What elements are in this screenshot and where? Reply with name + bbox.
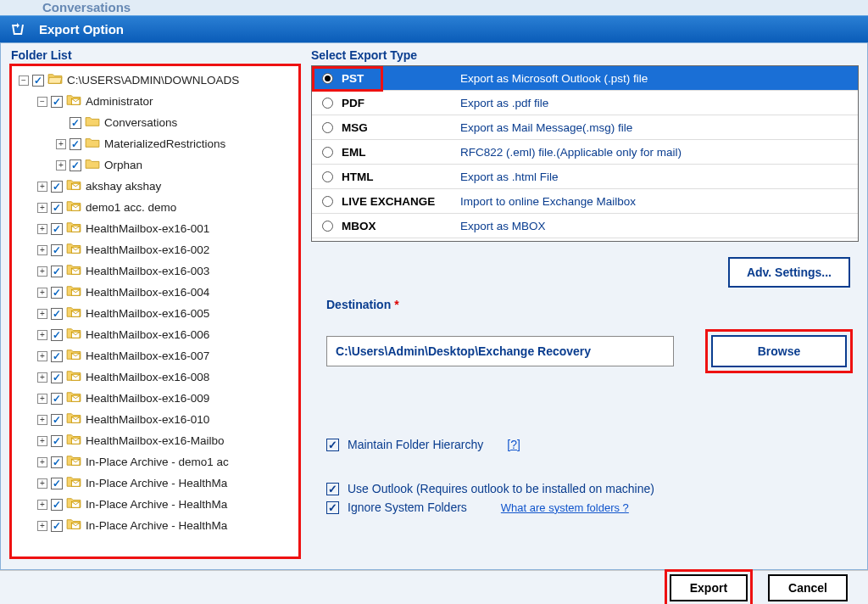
export-type-row[interactable]: MSGExport as Mail Message(.msg) file [312,115,858,140]
radio-icon[interactable] [322,196,333,207]
tree-checkbox[interactable] [51,414,63,426]
tree-checkbox[interactable] [51,223,63,235]
tree-checkbox[interactable] [51,499,63,511]
tree-node[interactable]: +HealthMailbox-ex16-002 [14,239,297,260]
expander-icon[interactable]: + [37,394,47,404]
expander-icon[interactable]: + [56,139,66,149]
folder-icon [64,455,81,469]
tree-node[interactable]: +MaterializedRestrictions [14,133,297,154]
expander-icon[interactable]: + [37,224,47,234]
tree-node[interactable]: Conversations [14,112,297,133]
folder-icon [64,370,81,384]
what-are-system-folders-link[interactable]: What are system folders ? [501,501,629,514]
folder-icon [83,115,100,130]
radio-icon[interactable] [322,171,333,182]
tree-node[interactable]: +In-Place Archive - HealthMa [14,515,297,536]
tree-node[interactable]: +HealthMailbox-ex16-009 [14,388,297,409]
export-type-row[interactable]: Office 365Export to Office 365 Account [312,238,858,242]
expander-icon[interactable]: + [37,288,47,298]
maintain-hierarchy-help[interactable]: [?] [507,438,520,451]
export-type-row[interactable]: MBOXExport as MBOX [312,214,858,238]
tree-checkbox[interactable] [51,181,63,193]
option-maintain-hierarchy[interactable]: Maintain Folder Hierarchy [?] [326,438,850,451]
tree-node[interactable]: +HealthMailbox-ex16-007 [14,345,297,366]
tree-node[interactable]: +HealthMailbox-ex16-004 [14,282,297,303]
tree-checkbox[interactable] [51,478,63,489]
expander-icon[interactable]: + [56,160,66,171]
tree-node[interactable]: −C:\USERS\ADMIN\DOWNLOADS [14,70,297,91]
expander-icon[interactable]: + [37,351,47,361]
export-type-row[interactable]: HTMLExport as .html File [312,165,858,189]
export-type-row[interactable]: EMLRFC822 (.eml) file.(Applicable only f… [312,140,858,165]
tree-checkbox[interactable] [51,372,63,383]
expander-icon[interactable]: + [37,436,47,446]
tree-checkbox[interactable] [51,329,63,341]
export-type-row[interactable]: PDFExport as .pdf file [312,91,858,115]
export-type-row[interactable]: LIVE EXCHANGEImport to online Exchange M… [312,189,858,214]
tree-checkbox[interactable] [51,393,63,405]
export-button[interactable]: Export [670,574,748,601]
checkbox-maintain-hierarchy[interactable] [326,439,339,451]
expander-icon[interactable]: + [37,415,47,425]
radio-icon[interactable] [322,221,333,232]
tree-checkbox[interactable] [51,308,63,320]
expander-icon[interactable]: − [37,97,47,107]
tree-checkbox[interactable] [51,287,63,299]
tree-checkbox[interactable] [70,138,81,150]
export-type-list[interactable]: PSTExport as Microsoft Outlook (.pst) fi… [311,65,859,242]
expander-icon[interactable]: + [37,245,47,255]
expander-icon[interactable]: + [37,266,47,277]
expander-icon[interactable]: + [37,478,47,489]
tree-node[interactable]: +In-Place Archive - demo1 ac [14,451,297,473]
export-type-name: LIVE EXCHANGE [342,195,460,208]
destination-input[interactable] [326,336,674,366]
expander-icon[interactable]: + [37,500,47,510]
tree-checkbox[interactable] [51,244,63,256]
tree-node[interactable]: +akshay akshay [14,176,297,197]
tree-checkbox[interactable] [51,520,63,532]
expander-icon[interactable]: + [37,203,47,213]
option-ignore-system[interactable]: Ignore System Folders What are system fo… [326,501,850,514]
radio-icon[interactable] [322,122,333,133]
tree-checkbox[interactable] [32,75,44,87]
tree-node[interactable]: +HealthMailbox-ex16-005 [14,303,297,324]
export-type-name: MSG [342,121,460,134]
tree-checkbox[interactable] [70,117,81,129]
folder-tree[interactable]: −C:\USERS\ADMIN\DOWNLOADS−AdministratorC… [11,65,299,557]
tree-checkbox[interactable] [51,266,63,277]
checkbox-ignore-system[interactable] [326,501,339,514]
browse-button[interactable]: Browse [711,335,847,367]
tree-checkbox[interactable] [51,350,63,362]
tree-node[interactable]: +HealthMailbox-ex16-Mailbo [14,430,297,451]
tree-node[interactable]: +HealthMailbox-ex16-003 [14,260,297,282]
tree-checkbox[interactable] [51,202,63,214]
tree-node[interactable]: +In-Place Archive - HealthMa [14,494,297,515]
tree-node[interactable]: +HealthMailbox-ex16-006 [14,324,297,345]
tree-checkbox[interactable] [70,159,81,171]
tree-node[interactable]: +In-Place Archive - HealthMa [14,473,297,494]
tree-checkbox[interactable] [51,435,63,447]
tree-node[interactable]: +HealthMailbox-ex16-001 [14,218,297,239]
radio-icon[interactable] [322,98,333,109]
expander-icon[interactable]: + [37,372,47,383]
expander-icon[interactable]: − [19,76,29,86]
radio-icon[interactable] [322,73,333,84]
expander-icon[interactable]: + [37,521,47,531]
radio-icon[interactable] [322,147,333,158]
expander-icon[interactable]: + [37,330,47,340]
tree-node[interactable]: +HealthMailbox-ex16-008 [14,366,297,388]
option-use-outlook[interactable]: Use Outlook (Requires outlook to be inst… [326,482,850,495]
tree-node[interactable]: −Administrator [14,91,297,112]
tree-checkbox[interactable] [51,96,63,108]
tree-node[interactable]: +HealthMailbox-ex16-010 [14,409,297,430]
export-type-row[interactable]: PSTExport as Microsoft Outlook (.pst) fi… [312,66,858,91]
expander-icon[interactable]: + [37,182,47,192]
cancel-button[interactable]: Cancel [768,574,848,601]
tree-node[interactable]: +Orphan [14,154,297,176]
expander-icon[interactable]: + [37,309,47,319]
tree-checkbox[interactable] [51,456,63,468]
adv-settings-button[interactable]: Adv. Settings... [728,257,850,288]
expander-icon[interactable]: + [37,457,47,467]
tree-node[interactable]: +demo1 acc. demo [14,197,297,218]
checkbox-use-outlook[interactable] [326,483,339,495]
